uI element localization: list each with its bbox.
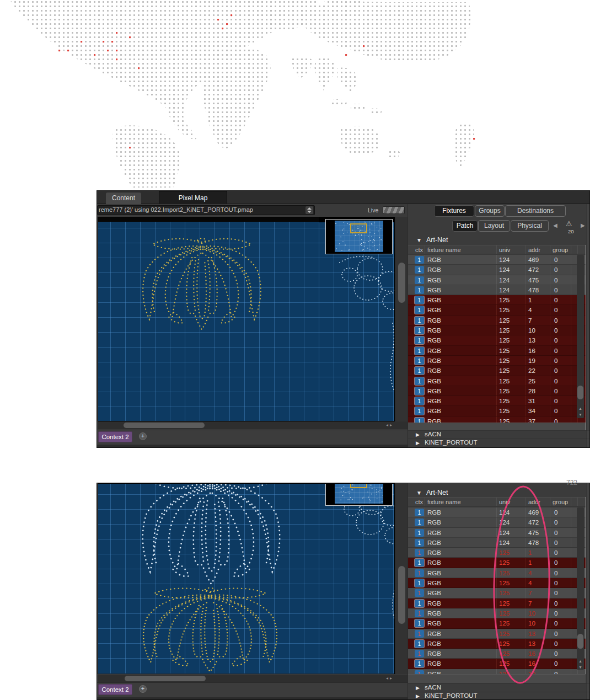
table-row[interactable]: 1RGB125250 [408, 376, 586, 386]
table-row[interactable]: 1RGB1244690 [408, 255, 586, 265]
table-row[interactable]: 1RGB12510 [408, 548, 586, 558]
table-row[interactable]: 1RGB1244750 [408, 275, 586, 285]
section-artnet[interactable]: ▼Art-Net [416, 489, 448, 496]
tab-pixel-map[interactable]: Pixel Map [159, 191, 227, 204]
table-row[interactable]: 1RGB125130 [408, 639, 586, 649]
section-kinet[interactable]: ▶ KiNET_PORTOUT [408, 439, 589, 447]
add-context-button[interactable]: + [139, 685, 147, 693]
row-divider [496, 548, 497, 557]
table-row[interactable]: 1RGB125100 [408, 325, 586, 335]
section-sacn[interactable]: ▶ sACN [408, 430, 589, 439]
cell-univ: 125 [499, 548, 510, 558]
tab-patch[interactable]: Patch [452, 220, 478, 232]
table-row[interactable]: 1RGB12570 [408, 588, 586, 598]
minimap-selection-rect[interactable] [350, 223, 367, 233]
table-row[interactable]: 1RGB1244720 [408, 265, 586, 275]
overview-minimap[interactable] [325, 483, 393, 506]
viewport-vscroll-thumb[interactable] [398, 566, 405, 624]
pixel-map-viewport[interactable] [98, 483, 395, 674]
collapse-closed-icon[interactable]: ▶ [416, 432, 420, 437]
table-row[interactable]: 1RGB125160 [408, 649, 586, 659]
row-divider [496, 659, 497, 668]
tab-groups[interactable]: Groups [475, 205, 505, 217]
tab-layout[interactable]: Layout [478, 220, 510, 232]
viewport-hscroll-thumb[interactable] [125, 676, 206, 681]
row-divider [526, 558, 526, 567]
viewport-vscroll-track[interactable] [395, 483, 408, 674]
table-row[interactable]: 1RGB12510 [408, 295, 586, 305]
cell-univ: 124 [499, 275, 510, 285]
table-row[interactable]: 1RGB125310 [408, 396, 586, 406]
context-tab[interactable]: Context 2 [98, 684, 132, 695]
cell-univ: 125 [499, 618, 510, 628]
viewport-hscroll-track[interactable]: ◂▸ [98, 675, 408, 682]
table-row[interactable]: 1RGB12540 [408, 568, 586, 578]
table-row[interactable]: 1RGB125130 [408, 629, 586, 639]
row-divider [571, 659, 571, 668]
tab-content[interactable]: Content [106, 193, 141, 204]
table-row[interactable]: 1RGB1244780 [408, 285, 586, 295]
cell-grp: 0 [554, 599, 558, 608]
live-toggle[interactable] [383, 206, 405, 214]
nav-prev-icon[interactable]: ◀ [553, 222, 558, 228]
table-row[interactable]: 1RGB12510 [408, 558, 586, 568]
tab-physical[interactable]: Physical [511, 220, 549, 232]
scroll-down-icon[interactable]: ▼ [577, 412, 583, 418]
section-sacn[interactable]: ▶ sACN [408, 683, 589, 692]
table-row[interactable]: 1RGB125100 [408, 608, 586, 618]
scroll-down-icon[interactable]: ▼ [577, 665, 583, 670]
cell-addr: 4 [528, 568, 532, 578]
viewport-vscroll-track[interactable] [395, 217, 408, 421]
table-row[interactable]: 1RGB12570 [408, 316, 586, 325]
table-scrollbar-track[interactable] [577, 255, 584, 418]
collapse-closed-icon[interactable]: ▶ [416, 440, 420, 446]
pixel-map-viewport[interactable] [98, 217, 395, 421]
viewport-vscroll-thumb[interactable] [398, 263, 405, 303]
collapse-closed-icon[interactable]: ▶ [416, 693, 420, 699]
overview-minimap[interactable] [325, 219, 393, 254]
table-row[interactable]: 1RGB125100 [408, 618, 586, 628]
table-scrollbar-thumb[interactable] [577, 634, 583, 649]
viewport-hscroll-thumb[interactable] [124, 423, 205, 428]
table-row[interactable]: 1RGB125370 [408, 416, 586, 423]
pixel-map-selector[interactable]: reme777 (2)' using 022.Import2_KiNET_POR… [97, 205, 315, 215]
table-row[interactable]: 1RGB1244720 [408, 517, 586, 527]
hscroll-arrows-icon[interactable]: ◂▸ [386, 423, 394, 428]
add-context-button[interactable]: + [139, 432, 147, 440]
collapse-open-icon[interactable]: ▼ [416, 237, 422, 243]
table-row[interactable]: 1RGB1244780 [408, 538, 586, 548]
table-row[interactable]: 1RGB125190 [408, 669, 586, 674]
table-row[interactable]: 1RGB1244750 [408, 528, 586, 538]
table-row[interactable]: 1RGB125190 [408, 356, 586, 366]
viewport-hscroll-track[interactable]: ◂▸ [98, 421, 408, 429]
table-row[interactable]: 1RGB125340 [408, 406, 586, 416]
table-scrollbar-thumb[interactable] [577, 386, 583, 399]
table-row[interactable]: 1RGB12570 [408, 599, 586, 608]
collapse-closed-icon[interactable]: ▶ [416, 685, 420, 691]
table-row[interactable]: 1RGB125220 [408, 366, 586, 376]
section-artnet[interactable]: ▼Art-Net [416, 236, 448, 244]
cell-addr: 469 [528, 507, 539, 517]
table-scrollbar-track[interactable] [577, 507, 584, 670]
stepper-icon[interactable] [305, 206, 313, 214]
table-row[interactable]: 1RGB125160 [408, 659, 586, 669]
tab-fixtures[interactable]: Fixtures [434, 205, 474, 217]
context-tab[interactable]: Context 2 [98, 431, 132, 442]
row-divider [550, 548, 550, 557]
table-row[interactable]: 1RGB1244690 [408, 507, 586, 517]
nav-next-icon[interactable]: ▶ [581, 222, 585, 228]
section-kinet[interactable]: ▶ KiNET_PORTOUT [408, 692, 589, 700]
scroll-up-icon[interactable]: ▲ [577, 406, 583, 412]
scroll-up-icon[interactable]: ▲ [577, 659, 583, 664]
table-row[interactable]: 1RGB125280 [408, 386, 586, 396]
collapse-open-icon[interactable]: ▼ [416, 490, 422, 496]
table-row[interactable]: 1RGB12540 [408, 305, 586, 315]
row-divider [425, 255, 425, 264]
tab-destinations[interactable]: Destinations [505, 205, 566, 217]
table-row[interactable]: 1RGB125160 [408, 346, 586, 356]
table-row[interactable]: 1RGB12540 [408, 578, 586, 588]
header-divider [526, 498, 526, 506]
table-row[interactable]: 1RGB125130 [408, 335, 586, 345]
hscroll-arrows-icon[interactable]: ◂▸ [386, 676, 394, 681]
minimap-selection-rect[interactable] [350, 483, 367, 488]
